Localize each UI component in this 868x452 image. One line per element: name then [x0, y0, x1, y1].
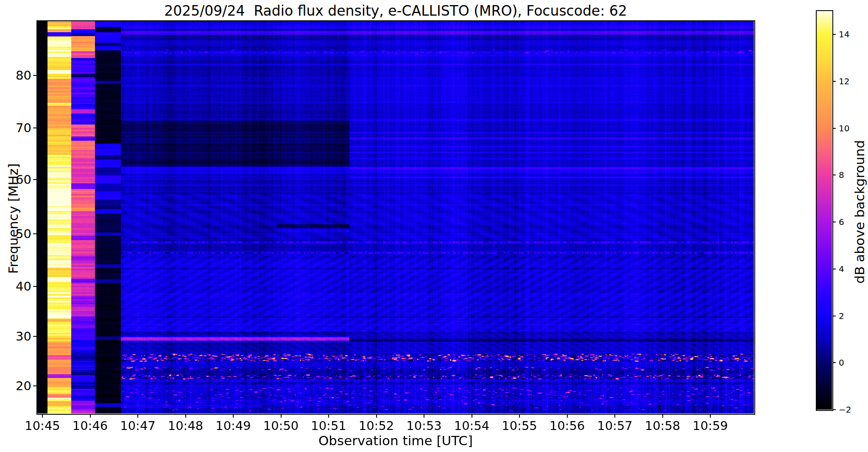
x-axis-tick-label: 10:46	[73, 419, 108, 433]
x-axis-tick	[328, 414, 329, 418]
y-axis-tick-label: 80	[16, 68, 31, 83]
colorbar-tick-label: −2	[839, 405, 851, 415]
x-axis-tick-label: 10:56	[550, 419, 585, 433]
colorbar-tick-label: 10	[839, 123, 849, 133]
x-axis-tick-label: 10:55	[502, 419, 537, 433]
colorbar-tick-label: 0	[839, 358, 844, 368]
colorbar-tick	[832, 222, 836, 222]
x-axis-tick	[281, 414, 282, 418]
x-axis-tick	[90, 414, 91, 418]
x-axis-tick	[472, 414, 472, 418]
colorbar-tick-label: 14	[839, 29, 849, 39]
x-axis-tick-label: 10:54	[454, 419, 490, 433]
colorbar-tick-label: 4	[839, 264, 844, 274]
x-axis-tick-label: 10:52	[359, 419, 394, 433]
x-axis-tick-label: 10:50	[263, 419, 299, 433]
x-axis-tick-label: 10:58	[645, 419, 681, 433]
x-axis-tick	[567, 414, 568, 418]
colorbar-tick-label: 8	[839, 170, 844, 180]
x-axis-label: Observation time [UTC]	[37, 433, 754, 448]
colorbar-tick	[832, 175, 836, 175]
x-axis-tick-label: 10:48	[168, 419, 204, 433]
colorbar-tick	[832, 362, 836, 363]
chart-title: 2025/09/24 Radio flux density, e-CALLIST…	[37, 3, 754, 19]
x-axis-tick	[185, 414, 186, 418]
colorbar-label: dB above background	[852, 114, 867, 309]
y-axis-tick	[33, 233, 37, 234]
y-axis-tick	[33, 128, 37, 128]
x-axis-tick-label: 10:51	[311, 419, 346, 433]
spectrogram-figure: 2025/09/24 Radio flux density, e-CALLIST…	[0, 0, 868, 452]
y-axis-label: Frequency [MHz]	[6, 121, 21, 316]
x-axis-tick-label: 10:47	[120, 419, 156, 433]
x-axis-tick	[42, 414, 43, 418]
x-axis-tick	[424, 414, 424, 418]
x-axis-tick	[376, 414, 377, 418]
y-axis-tick	[33, 286, 37, 287]
y-axis-tick	[33, 75, 37, 76]
x-axis-tick	[519, 414, 520, 418]
x-axis-tick	[233, 414, 234, 418]
y-axis-tick-label: 30	[16, 329, 31, 344]
colorbar-gradient	[817, 11, 832, 410]
y-axis-tick	[33, 385, 37, 386]
spectrogram-canvas	[37, 21, 754, 413]
y-axis-tick	[33, 179, 37, 180]
x-axis-tick-label: 10:59	[692, 419, 728, 433]
x-axis-tick	[662, 414, 663, 418]
colorbar-tick	[832, 269, 836, 269]
y-axis-tick	[33, 336, 37, 337]
colorbar-tick-label: 6	[839, 217, 844, 227]
colorbar-tick-label: 2	[839, 311, 844, 321]
x-axis-tick	[614, 414, 615, 418]
x-axis-tick-label: 10:53	[406, 419, 442, 433]
x-axis-tick	[710, 414, 711, 418]
x-axis-tick-label: 10:45	[25, 419, 60, 433]
colorbar-tick	[832, 316, 836, 316]
y-axis-tick-label: 20	[16, 379, 31, 393]
colorbar-tick	[832, 128, 836, 129]
colorbar-tick	[832, 81, 836, 82]
x-axis-tick	[137, 414, 138, 418]
colorbar-tick	[832, 34, 836, 35]
colorbar-tick-label: 12	[839, 76, 849, 86]
colorbar-tick	[832, 409, 836, 410]
x-axis-tick-label: 10:57	[597, 419, 633, 433]
x-axis-tick-label: 10:49	[215, 419, 251, 433]
